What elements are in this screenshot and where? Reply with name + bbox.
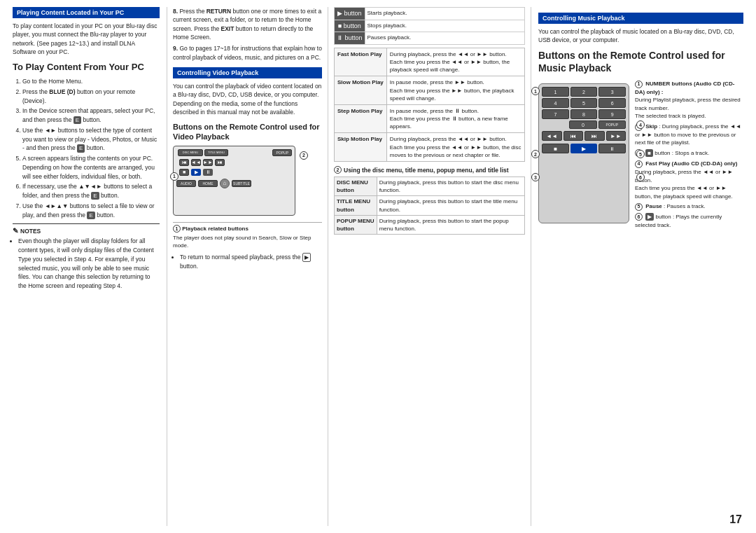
disc-menu-desc-cell: During playback, press this button to st… [377, 177, 524, 196]
btn-0[interactable]: 0 [569, 120, 596, 129]
notes-title: NOTES [13, 227, 160, 235]
title-menu-label-cell: TITLE MENUbutton [335, 196, 377, 215]
steps-list: Go to the Home Menu. Press the BLUE (D) … [13, 77, 160, 219]
using-disc-title: Using the disc menu, title menu, popup m… [344, 167, 509, 174]
play-btn-row: ▶ button Starts playback. [335, 8, 525, 20]
content-area: Playing Content Located in Your PC To pl… [13, 7, 743, 526]
btn-3[interactable]: 3 [598, 87, 626, 97]
music-annot-6: 6 [636, 173, 645, 181]
popup-btn-music[interactable]: POPUP [598, 120, 626, 129]
disc-menu-btn[interactable]: DISC MENU [178, 149, 203, 156]
play-desc-cell: Starts playback. [365, 8, 524, 20]
normal-speed-item: To return to normal speed playback, pres… [180, 253, 322, 271]
step-3: In the Device screen that appears, selec… [22, 106, 160, 125]
column-4: Controlling Music Playback You can contr… [531, 7, 743, 526]
disc-menu-table: DISC MENUbutton During playback, press t… [334, 176, 525, 235]
popup-menu-label-cell: POPUP MENUbutton [335, 215, 377, 234]
step-5: A screen appears listing the contents on… [22, 154, 160, 181]
rewind-btn[interactable]: ◄◄ [191, 159, 201, 166]
btn-4[interactable]: 4 [542, 98, 569, 108]
column-3: ▶ button Starts playback. ■ button Stops… [328, 7, 531, 526]
music-annot-3: 3 [531, 173, 540, 181]
stop-desc-cell: Stops playback. [365, 20, 524, 32]
step-6: If necessary, use the ▲▼◄► buttons to se… [22, 182, 160, 200]
play-icon-music: ▶ [645, 213, 654, 221]
page-number: 17 [729, 513, 742, 526]
slow-motion-label: Slow Motion Play [335, 76, 387, 105]
pause-btn-row: ⏸ button Pauses playback. [335, 32, 525, 45]
slow-motion-row: Slow Motion Play In pause mode, press th… [335, 76, 525, 105]
music-annot-2-desc: 2 Skip : During playback, press the ◄◄ o… [635, 123, 743, 147]
subtitle-btn-remote[interactable]: SUBTITLE [232, 180, 251, 187]
step-8: 8. Press the RETURN button one or more t… [173, 7, 322, 41]
step-1: Go to the Home Menu. [22, 77, 160, 86]
fast-motion-row: Fast Motion Play During playback, press … [335, 48, 525, 76]
music-annot-5: 5 [636, 150, 645, 158]
normal-speed-list: To return to normal speed playback, pres… [173, 253, 322, 271]
music-remote: 1 2 3 4 5 6 7 8 9 0 [538, 83, 629, 223]
annot1-bullet: 1 [635, 81, 643, 88]
numpad: 1 2 3 4 5 6 7 8 9 [539, 84, 629, 120]
stop-icon-music: ■ [645, 149, 653, 157]
pause-icon-cell: ⏸ button [335, 32, 365, 45]
pause-btn-remote[interactable]: ⏸ [203, 169, 213, 176]
popup-btn[interactable]: POPUP [272, 149, 292, 156]
playback-buttons-table: ▶ button Starts playback. ■ button Stops… [334, 7, 525, 45]
music-rewind-btn[interactable]: ◄◄ [542, 131, 562, 141]
title-menu-btn[interactable]: TITLE MENU [204, 149, 228, 156]
using-disc-bullet: 2 [334, 166, 342, 174]
music-ffwd-btn[interactable]: ►► [606, 131, 626, 141]
music-transport-row: ◄◄ ⏮ ⏭ ►► [539, 129, 629, 142]
ffwd-btn[interactable]: ►► [203, 159, 213, 166]
step-motion-desc: In pause mode, press the ⏸ button.Each t… [386, 104, 524, 133]
play-btn-remote[interactable]: ▶ [191, 169, 201, 176]
music-remote-area: 1 2 3 4 5 6 7 8 9 0 [538, 80, 743, 231]
using-disc-header: 2 Using the disc menu, title menu, popup… [334, 166, 525, 174]
step-9: 9. Go to pages 17~18 for instructions th… [173, 44, 322, 62]
video-playback-intro: You can control the playback of video co… [173, 82, 322, 116]
btn-7[interactable]: 7 [542, 109, 569, 119]
music-annot-1-desc: 1 NUMBER buttons (Audio CD (CD-DA) only)… [635, 80, 743, 120]
column-1: Playing Content Located in Your PC To pl… [13, 7, 167, 526]
step-4: Use the ◄► buttons to select the type of… [22, 126, 160, 153]
slow-motion-desc: In pause mode, press the ►► button.Each … [386, 76, 524, 105]
next-chapter-btn[interactable]: ⏭ [215, 159, 225, 166]
annot5-bullet: 5 [635, 203, 643, 211]
btn-2[interactable]: 2 [570, 87, 598, 97]
audio-btn-remote[interactable]: AUDIO [176, 180, 196, 187]
btn-9[interactable]: 9 [598, 109, 626, 119]
step-motion-label: Step Motion Play [335, 104, 387, 133]
btn-8[interactable]: 8 [570, 109, 598, 119]
fast-motion-desc: During playback, press the ◄◄ or ►► butt… [386, 48, 524, 76]
music-play-btn[interactable]: ▶ [570, 144, 596, 153]
music-annot-4-desc: 4 Fast Play (Audio CD (CD-DA) only) Duri… [635, 160, 743, 200]
title-menu-row: TITLE MENUbutton During playback, press … [335, 196, 525, 215]
column-2: 8. Press the RETURN button one or more t… [167, 7, 328, 526]
home-circle-btn[interactable]: ⌂ [220, 179, 230, 188]
music-playback-header: Controlling Music Playback [538, 13, 743, 24]
play-content-title: To Play Content From Your PC [13, 62, 160, 74]
disc-menu-label-cell: DISC MENUbutton [335, 177, 377, 196]
step-motion-row: Step Motion Play In pause mode, press th… [335, 104, 525, 133]
stop-btn-remote[interactable]: ■ [179, 169, 189, 176]
music-remote-container: 1 2 3 4 5 6 7 8 9 0 [538, 80, 629, 231]
skip-motion-label: Skip Motion Play [335, 133, 387, 162]
music-stop-btn[interactable]: ■ [542, 144, 569, 153]
prev-chapter-btn[interactable]: ⏮ [179, 159, 189, 166]
video-remote: DISC MENU TITLE MENU POPUP ⏮ ◄◄ ►► ⏭ [173, 146, 295, 216]
video-playback-header: Controlling Video Playback [173, 67, 322, 78]
annot-circle-1: 1 [170, 172, 178, 181]
skip-motion-row: Skip Motion Play During playback, press … [335, 133, 525, 162]
fast-motion-label: Fast Motion Play [335, 48, 387, 76]
music-play-row: ■ ▶ ⏸ [539, 142, 629, 155]
music-pause-btn[interactable]: ⏸ [598, 144, 626, 153]
btn-1[interactable]: 1 [542, 87, 569, 97]
music-next-btn[interactable]: ⏭ [584, 131, 605, 141]
btn-6[interactable]: 6 [598, 98, 626, 108]
col2-steps-cont: 8. Press the RETURN button one or more t… [173, 7, 322, 62]
home-btn-remote[interactable]: HOME [198, 180, 218, 187]
playing-intro: To play content located in your PC on yo… [13, 22, 160, 56]
music-prev-btn[interactable]: ⏮ [564, 131, 584, 141]
section-header-playing: Playing Content Located in Your PC [13, 7, 160, 18]
btn-5[interactable]: 5 [570, 98, 598, 108]
